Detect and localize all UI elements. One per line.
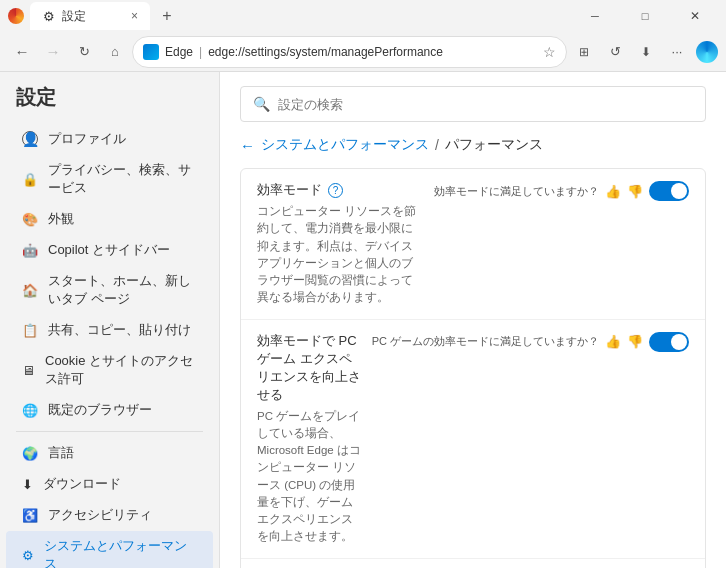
efficiency-mode-like-icon[interactable]: 👍 [605, 184, 621, 199]
sidebar-title: 設定 [0, 84, 219, 123]
sidebar-item-browser[interactable]: 🌐 既定のブラウザー [6, 395, 213, 425]
sidebar-item-accessibility[interactable]: ♿ アクセシビリティ [6, 500, 213, 530]
system-icon: ⚙ [22, 548, 34, 563]
edge-brand-icon [696, 41, 718, 63]
setting-efficiency-mode: 効率モード ? コンピューター リソースを節約して、電力消費を最小限に抑えます。… [241, 169, 705, 320]
browser-icon: 🌐 [22, 403, 38, 418]
address-edge-label: Edge [165, 45, 193, 59]
sidebar: 設定 👤 プロファイル 🔒 プライバシー、検索、サービス 🎨 外観 🤖 Copi… [0, 72, 220, 568]
sidebar-item-profile[interactable]: 👤 プロファイル [6, 124, 213, 154]
sidebar-item-download[interactable]: ⬇ ダウンロード [6, 469, 213, 499]
breadcrumb-parent-link[interactable]: システムとパフォーマンス [261, 136, 429, 154]
download-icon: ⬇ [22, 477, 33, 492]
lang-icon: 🌍 [22, 446, 38, 461]
search-container: 🔍 [240, 86, 706, 122]
sidebar-label-copilot: Copilot とサイドバー [48, 241, 170, 259]
sharing-icon: 📋 [22, 323, 38, 338]
collections-button[interactable]: ⊞ [570, 38, 598, 66]
sidebar-item-privacy[interactable]: 🔒 プライバシー、検索、サービス [6, 155, 213, 203]
start-icon: 🏠 [22, 283, 38, 298]
tab-close-btn[interactable]: × [131, 9, 138, 23]
sidebar-label-cookie: Cookie とサイトのアクセス許可 [45, 352, 197, 388]
sidebar-item-appearance[interactable]: 🎨 外観 [6, 204, 213, 234]
efficiency-mode-dislike-icon[interactable]: 👎 [627, 184, 643, 199]
navbar: ← → ↻ ⌂ Edge | edge://settings/system/ma… [0, 32, 726, 72]
sidebar-divider-1 [16, 431, 203, 432]
gaming-mode-question-text: PC ゲームの効率モードに満足していますか？ [372, 334, 599, 349]
setting-gaming-mode: 効率モードで PC ゲーム エクスペリエンスを向上させる PC ゲームをプレイし… [241, 320, 705, 559]
refresh-button[interactable]: ↻ [70, 38, 98, 66]
forward-button[interactable]: → [39, 38, 67, 66]
sidebar-label-accessibility: アクセシビリティ [48, 506, 152, 524]
gaming-mode-title: 効率モードで PC ゲーム エクスペリエンスを向上させる [257, 332, 362, 404]
tab-settings-icon: ⚙ [42, 9, 56, 23]
close-button[interactable]: ✕ [672, 0, 718, 32]
settings-container: 効率モード ? コンピューター リソースを節約して、電力消費を最小限に抑えます。… [240, 168, 706, 568]
star-icon[interactable]: ☆ [543, 44, 556, 60]
breadcrumb: ← システムとパフォーマンス / パフォーマンス [240, 136, 706, 154]
address-separator: | [199, 45, 202, 59]
sidebar-label-system: システムとパフォーマンス [44, 537, 197, 568]
tab-label: 設定 [62, 8, 121, 25]
gaming-mode-like-icon[interactable]: 👍 [605, 334, 621, 349]
gaming-mode-dislike-icon[interactable]: 👎 [627, 334, 643, 349]
address-edge-icon [143, 44, 159, 60]
sidebar-label-appearance: 外観 [48, 210, 74, 228]
cookie-icon: 🖥 [22, 363, 35, 378]
sidebar-label-profile: プロファイル [48, 130, 126, 148]
downloads-button[interactable]: ⬇ [632, 38, 660, 66]
efficiency-mode-toggle[interactable] [649, 181, 689, 201]
breadcrumb-current: パフォーマンス [445, 136, 543, 154]
setting-sleep-tabs: スリープ タブでリソースを保存する オンになっている場合、アクティブでないタブは… [241, 559, 705, 569]
sidebar-item-cookie[interactable]: 🖥 Cookie とサイトのアクセス許可 [6, 346, 213, 394]
sidebar-item-copilot[interactable]: 🤖 Copilot とサイドバー [6, 235, 213, 265]
appearance-icon: 🎨 [22, 212, 38, 227]
sidebar-label-lang: 言語 [48, 444, 74, 462]
titlebar: ⚙ 設定 × + ─ □ ✕ [0, 0, 726, 32]
breadcrumb-separator: / [435, 137, 439, 153]
efficiency-mode-desc: コンピューター リソースを節約して、電力消費を最小限に抑えます。利点は、デバイス… [257, 203, 424, 307]
sidebar-label-privacy: プライバシー、検索、サービス [48, 161, 197, 197]
sidebar-label-download: ダウンロード [43, 475, 121, 493]
profile-icon: 👤 [22, 131, 38, 147]
address-bar[interactable]: Edge | edge://settings/system/managePerf… [132, 36, 567, 68]
search-icon: 🔍 [253, 96, 270, 112]
efficiency-mode-question-icon[interactable]: ? [328, 183, 343, 198]
browser-logo [8, 8, 24, 24]
minimize-button[interactable]: ─ [572, 0, 618, 32]
gaming-mode-toggle[interactable] [649, 332, 689, 352]
search-input[interactable] [278, 97, 693, 112]
main-layout: 設定 👤 プロファイル 🔒 プライバシー、検索、サービス 🎨 外観 🤖 Copi… [0, 72, 726, 568]
back-button[interactable]: ← [8, 38, 36, 66]
history-button[interactable]: ↺ [601, 38, 629, 66]
more-button[interactable]: ··· [663, 38, 691, 66]
sidebar-item-start[interactable]: 🏠 スタート、ホーム、新しいタブ ページ [6, 266, 213, 314]
breadcrumb-back-icon[interactable]: ← [240, 137, 255, 154]
address-text: edge://settings/system/managePerformance [208, 45, 537, 59]
sidebar-item-system[interactable]: ⚙ システムとパフォーマンス [6, 531, 213, 568]
gaming-mode-desc: PC ゲームをプレイしている場合、Microsoft Edge はコンピューター… [257, 408, 362, 546]
content-area: 🔍 ← システムとパフォーマンス / パフォーマンス 効率モード ? [220, 72, 726, 568]
sidebar-item-lang[interactable]: 🌍 言語 [6, 438, 213, 468]
efficiency-mode-title: 効率モード ? [257, 181, 424, 199]
sidebar-label-start: スタート、ホーム、新しいタブ ページ [48, 272, 197, 308]
copilot-icon: 🤖 [22, 243, 38, 258]
active-tab[interactable]: ⚙ 設定 × [30, 2, 150, 30]
home-button[interactable]: ⌂ [101, 38, 129, 66]
sidebar-label-sharing: 共有、コピー、貼り付け [48, 321, 191, 339]
sidebar-item-sharing[interactable]: 📋 共有、コピー、貼り付け [6, 315, 213, 345]
new-tab-button[interactable]: + [154, 3, 180, 29]
efficiency-mode-question-text: 効率モードに満足していますか？ [434, 184, 599, 199]
sidebar-label-browser: 既定のブラウザー [48, 401, 152, 419]
maximize-button[interactable]: □ [622, 0, 668, 32]
privacy-icon: 🔒 [22, 172, 38, 187]
accessibility-icon: ♿ [22, 508, 38, 523]
